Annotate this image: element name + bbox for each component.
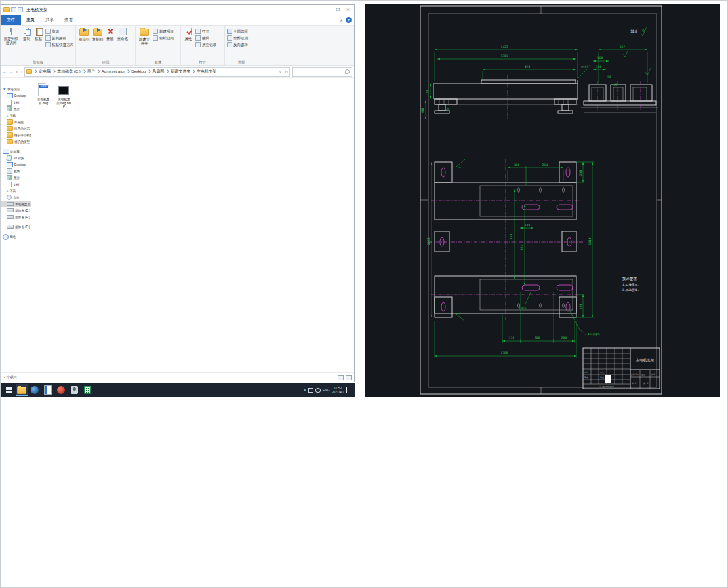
open-icon — [195, 29, 201, 34]
copy-path-button[interactable]: 复制路径 — [45, 35, 73, 41]
breadcrumb-segment[interactable]: 风扇图 — [152, 69, 164, 75]
taskbar-app-red[interactable] — [55, 384, 67, 396]
breadcrumb-segment[interactable]: 用户 — [87, 69, 95, 75]
taskbar-app-browser[interactable] — [29, 384, 41, 396]
action-center-icon[interactable] — [346, 387, 352, 393]
details-view-icon[interactable] — [338, 375, 344, 380]
copy-button[interactable]: 复制 — [22, 27, 31, 41]
sidebar-item-this-pc[interactable]: 此电脑 — [1, 148, 31, 155]
sidebar-item-quick-access[interactable]: ★快速访问 — [1, 86, 31, 92]
tray-display-icon[interactable] — [308, 388, 313, 393]
sidebar-item-pictures[interactable]: 图片 — [1, 174, 31, 181]
pin-to-quick-access-button[interactable]: 固定到快速访问 — [3, 27, 20, 45]
select-all-icon — [227, 29, 232, 34]
file-item-dwg[interactable]: DWG 主电机支架.dwg — [35, 83, 51, 105]
ribbon-group-select: 全部选择 全部取消 反向选择 选择 — [225, 26, 258, 65]
address-dropdown-icon[interactable]: ∨ — [279, 69, 282, 74]
start-button[interactable] — [3, 384, 14, 396]
ribbon-group-clipboard: 固定到快速访问 复制 粘贴 剪切 复制路径 粘贴快捷方式 剪贴板 — [1, 26, 76, 65]
input-language[interactable]: ENG — [323, 388, 330, 392]
thumbnail-view-icon[interactable] — [346, 375, 352, 380]
recent-dropdown-icon[interactable]: ∨ — [16, 69, 18, 73]
sidebar-item-downloads[interactable]: ↓下载 — [1, 187, 31, 194]
sidebar-item-recent-folder[interactable]: 玩具的内芯 — [1, 125, 31, 132]
window-title: 主电机支架 — [26, 7, 48, 13]
qat-button-icon[interactable] — [11, 7, 16, 12]
tray-chevron-icon[interactable]: ∧ — [304, 388, 306, 392]
tab-view[interactable]: 查看 — [59, 15, 78, 25]
help-icon[interactable]: ? — [346, 17, 352, 23]
sidebar-item-videos[interactable]: 视频 — [1, 168, 31, 174]
sidebar-item-pictures-pinned[interactable]: 图片 — [1, 106, 31, 112]
breadcrumb-segment[interactable]: 本地磁盘 (C:) — [57, 69, 81, 75]
clock[interactable]: 11:52 2021/4/7 — [332, 386, 344, 394]
collapse-ribbon-icon[interactable]: ∧ — [340, 18, 343, 22]
rename-button[interactable]: 重命名 — [117, 27, 129, 41]
cut-button[interactable]: 剪切 — [45, 29, 73, 34]
sidebar-item-volume-d[interactable]: 新加卷 (D:) — [1, 207, 31, 214]
sidebar-item-desktop[interactable]: Desktop — [1, 161, 31, 168]
sidebar-item-recent-folder[interactable]: 锤子传动模型 — [1, 132, 31, 138]
open-button[interactable]: 打开 — [195, 29, 216, 34]
sidebar-item-network[interactable]: 网络 — [1, 233, 31, 240]
move-to-button[interactable]: 移动到 — [78, 27, 90, 41]
tab-file[interactable]: 文件 — [1, 15, 21, 25]
sidebar-item-recent-folder[interactable]: 风扇图 — [1, 119, 31, 125]
taskbar-app-spreadsheet[interactable] — [81, 384, 93, 396]
sidebar-item-volume-e[interactable]: 新加卷 (E:) — [1, 214, 31, 220]
refresh-icon[interactable]: ↻ — [285, 69, 288, 74]
new-folder-button[interactable]: 新建文件夹 — [138, 27, 151, 46]
close-button[interactable]: ✕ — [343, 5, 353, 14]
sidebar-item-downloads-pinned[interactable]: ↓下载 — [1, 112, 31, 119]
edit-button[interactable]: 编辑 — [195, 35, 216, 41]
address-bar[interactable]: 此电脑 本地磁盘 (C:) 用户 Administrator Desktop 风… — [24, 67, 290, 77]
breadcrumb-segment[interactable]: Desktop — [131, 69, 146, 73]
sidebar-item-music[interactable]: 音乐 — [1, 194, 31, 201]
search-box[interactable] — [292, 67, 352, 77]
sidebar-item-documents[interactable]: 文档 — [1, 181, 31, 187]
breadcrumb-segment[interactable]: Administrator — [102, 69, 125, 73]
forward-button[interactable]: → — [9, 69, 14, 74]
paste-shortcut-button[interactable]: 粘贴快捷方式 — [45, 42, 73, 47]
window-controls: ─ ☐ ✕ — [323, 5, 353, 14]
tray-volume-icon[interactable] — [315, 388, 321, 393]
history-button[interactable]: 历史记录 — [195, 42, 216, 47]
search-input[interactable] — [293, 69, 348, 74]
select-none-button[interactable]: 全部取消 — [227, 35, 248, 41]
copy-to-button[interactable]: 复制到 — [92, 27, 104, 41]
breadcrumb-segment[interactable]: 新建文件夹 — [171, 69, 190, 75]
taskbar-file-explorer[interactable] — [16, 384, 28, 396]
breadcrumb-chevron — [192, 69, 195, 73]
sidebar-item-recent-folder[interactable]: 椅子的模型 — [1, 138, 31, 145]
new-item-button[interactable]: 新建项目 — [153, 29, 174, 34]
taskbar-app-document[interactable] — [42, 384, 54, 396]
sidebar-item-documents-pinned[interactable]: 文档 — [1, 99, 31, 106]
back-button[interactable]: ← — [3, 69, 7, 74]
qat-customize-icon[interactable] — [18, 7, 23, 12]
breadcrumb-segment[interactable]: 此电脑 — [39, 69, 51, 75]
easy-access-button[interactable]: 轻松访问 — [153, 35, 174, 41]
breadcrumb-segment[interactable]: 主电机支架 — [197, 69, 216, 75]
select-none-icon — [227, 35, 232, 41]
properties-button[interactable]: 属性 — [183, 27, 193, 41]
up-button[interactable]: ↑ — [20, 69, 23, 74]
minimize-button[interactable]: ─ — [323, 5, 333, 14]
windows-logo-icon — [6, 387, 12, 393]
file-item-bmp[interactable]: 主电机支架.dwg.BMP — [56, 83, 71, 109]
sidebar-item-desktop-pinned[interactable]: Desktop — [1, 92, 31, 99]
edit-icon — [195, 35, 201, 41]
taskbar-app-messenger[interactable] — [68, 384, 80, 396]
sidebar-item-volume-f[interactable]: 新加卷 (F:) — [1, 224, 31, 230]
paste-button[interactable]: 粘贴 — [33, 27, 43, 41]
sidebar-item-local-disk-c[interactable]: 本地磁盘 (C:) — [1, 201, 31, 207]
breadcrumb-chevron — [33, 69, 37, 73]
maximize-button[interactable]: ☐ — [333, 5, 343, 14]
sidebar-item-3d-objects[interactable]: 3D 对象 — [1, 155, 31, 161]
tab-share[interactable]: 共享 — [40, 15, 59, 25]
select-all-button[interactable]: 全部选择 — [227, 29, 248, 34]
quick-access-toolbar[interactable] — [11, 7, 23, 12]
delete-button[interactable]: 删除 — [106, 27, 115, 41]
tab-home[interactable]: 主页 — [21, 15, 40, 25]
screenshot-canvas: 主电机支架 ─ ☐ ✕ 文件 主页 共享 查看 ∧ ? 固定到快速访问 — [0, 0, 728, 588]
invert-selection-button[interactable]: 反向选择 — [227, 42, 248, 47]
